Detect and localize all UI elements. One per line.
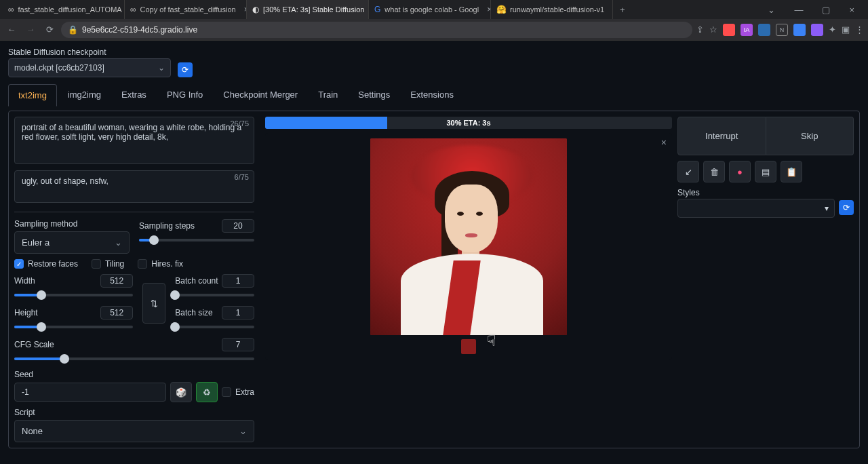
width-slider[interactable] (14, 290, 133, 301)
style-create-button[interactable]: ● (729, 161, 751, 182)
cfg-scale-slider[interactable] (14, 353, 254, 364)
height-label: Height (14, 308, 38, 317)
share-icon[interactable]: ⇪ (696, 24, 704, 35)
browser-tab[interactable]: G what is google colab - Googl × (369, 0, 491, 19)
tab-img2img[interactable]: img2img (58, 84, 111, 107)
tab-txt2img[interactable]: txt2img (8, 84, 57, 107)
checkpoint-label: Stable Diffusion checkpoint (8, 47, 171, 57)
extension-icon[interactable] (723, 24, 735, 36)
swap-dims-button[interactable]: ⇅ (142, 283, 165, 324)
new-tab-button[interactable]: + (613, 2, 632, 18)
cfg-scale-field: CFG Scale 7 (14, 338, 254, 364)
output-image[interactable] (370, 138, 567, 335)
script-select[interactable]: None ⌄ (14, 420, 254, 442)
infinity-icon: ∞ (130, 5, 136, 14)
browser-tab[interactable]: 🤗 runwayml/stable-diffusion-v1 × (491, 0, 613, 19)
reuse-seed-button[interactable]: ♻ (196, 382, 218, 402)
close-icon[interactable]: × (661, 137, 667, 148)
chevron-down-icon[interactable]: ⌄ (762, 3, 781, 16)
close-icon[interactable]: × (608, 5, 613, 14)
skip-button[interactable]: Skip (766, 117, 854, 155)
sampling-steps-value[interactable]: 20 (222, 219, 254, 233)
loading-icon: ◐ (252, 5, 259, 14)
batch-size-value[interactable]: 1 (222, 306, 254, 320)
tab-title: [30% ETA: 3s] Stable Diffusion (263, 5, 364, 14)
menu-icon[interactable]: ⋮ (855, 24, 864, 35)
thumbnail-strip (461, 339, 476, 354)
batch-size-slider[interactable] (175, 322, 254, 332)
huggingface-icon: 🤗 (496, 5, 506, 14)
seed-input[interactable] (14, 383, 166, 402)
height-field: Height 512 (14, 306, 133, 332)
chevron-down-icon: ⌄ (158, 63, 165, 73)
lock-icon: 🔒 (68, 25, 78, 35)
width-value[interactable]: 512 (100, 274, 133, 288)
interrupt-button[interactable]: Interrupt (677, 117, 766, 155)
extensions-icon[interactable]: ✦ (829, 24, 836, 35)
extension-icon[interactable]: N (776, 24, 788, 36)
batch-count-field: Batch count 1 (175, 274, 254, 301)
seed-extra-label: Extra (235, 387, 254, 397)
url-bar: ← → ⟳ 🔒 9e5e6cc2-c519-4dc5.gradio.live ⇪… (0, 19, 868, 41)
extension-bar: ⇪ ☆ IA N ✦ ▣ ⋮ (696, 24, 864, 36)
tab-train[interactable]: Train (309, 84, 347, 107)
styles-field: Styles ▾ ⟳ (677, 188, 854, 218)
style-apply-button[interactable]: ▤ (755, 161, 776, 182)
prompt-input[interactable] (14, 117, 254, 164)
extension-icon[interactable] (811, 24, 823, 36)
clear-button[interactable]: 🗑 (703, 161, 725, 182)
random-seed-button[interactable]: 🎲 (170, 382, 192, 402)
hires-fix-checkbox[interactable]: Hires. fix (138, 259, 183, 269)
negative-prompt-input[interactable] (14, 170, 254, 203)
chevron-down-icon: ⌄ (239, 426, 247, 436)
prompt-wrap: 26/75 (14, 117, 254, 166)
paste-button[interactable]: ↙ (677, 161, 699, 182)
cfg-scale-value[interactable]: 7 (222, 338, 254, 351)
tab-settings[interactable]: Settings (349, 84, 399, 107)
extension-icon[interactable]: IA (741, 24, 753, 36)
sidepanel-icon[interactable]: ▣ (842, 24, 850, 35)
tiling-checkbox[interactable]: Tiling (92, 259, 124, 269)
sampling-steps-slider[interactable] (139, 235, 254, 246)
address-bar[interactable]: 🔒 9e5e6cc2-c519-4dc5.gradio.live (61, 22, 692, 38)
minimize-icon[interactable]: — (789, 3, 808, 16)
tab-pnginfo[interactable]: PNG Info (157, 84, 212, 107)
chevron-down-icon: ▾ (825, 204, 829, 213)
styles-select[interactable]: ▾ (677, 199, 835, 218)
browser-tab[interactable]: ◐ [30% ETA: 3s] Stable Diffusion × (247, 0, 369, 19)
browser-tab[interactable]: ∞ Copy of fast_stable_diffusion × (125, 0, 247, 19)
forward-button[interactable]: → (23, 24, 38, 35)
batch-count-slider[interactable] (175, 290, 254, 301)
height-value[interactable]: 512 (100, 306, 133, 320)
script-field: Script None ⌄ (14, 408, 254, 442)
thumbnail[interactable] (461, 339, 476, 354)
save-style-button[interactable]: 📋 (781, 161, 802, 182)
refresh-checkpoint-button[interactable]: ⟳ (178, 62, 193, 77)
back-button[interactable]: ← (4, 24, 19, 35)
sampling-steps-label: Sampling steps (139, 221, 195, 231)
refresh-styles-button[interactable]: ⟳ (839, 200, 854, 215)
extension-icon[interactable] (758, 24, 770, 36)
batch-count-value[interactable]: 1 (222, 274, 254, 288)
sampling-method-label: Sampling method (14, 219, 130, 229)
height-slider[interactable] (14, 322, 133, 332)
checkpoint-select[interactable]: model.ckpt [cc6cb27103] ⌄ (8, 58, 171, 77)
close-icon[interactable]: × (240, 5, 247, 14)
browser-tab[interactable]: ∞ fast_stable_diffusion_AUTOMA × (3, 0, 125, 19)
restore-faces-checkbox[interactable]: Restore faces (14, 259, 78, 269)
close-icon[interactable]: × (483, 5, 491, 14)
reload-button[interactable]: ⟳ (42, 24, 57, 35)
tab-checkpoint-merger[interactable]: Checkpoint Merger (214, 84, 307, 107)
restore-faces-label: Restore faces (28, 259, 78, 269)
tab-extensions[interactable]: Extensions (401, 84, 463, 107)
sampling-method-select[interactable]: Euler a ⌄ (14, 231, 130, 254)
seed-extra-checkbox[interactable]: Extra (222, 387, 254, 397)
app-body: 26/75 6/75 Sampling method Euler a ⌄ (8, 111, 860, 448)
tab-extras[interactable]: Extras (112, 84, 156, 107)
browser-tab-bar: ∞ fast_stable_diffusion_AUTOMA × ∞ Copy … (0, 0, 868, 19)
star-icon[interactable]: ☆ (709, 24, 717, 35)
extension-icon[interactable] (793, 24, 806, 36)
infinity-icon: ∞ (8, 5, 14, 14)
maximize-icon[interactable]: ▢ (816, 3, 835, 16)
close-icon[interactable]: × (844, 3, 860, 16)
